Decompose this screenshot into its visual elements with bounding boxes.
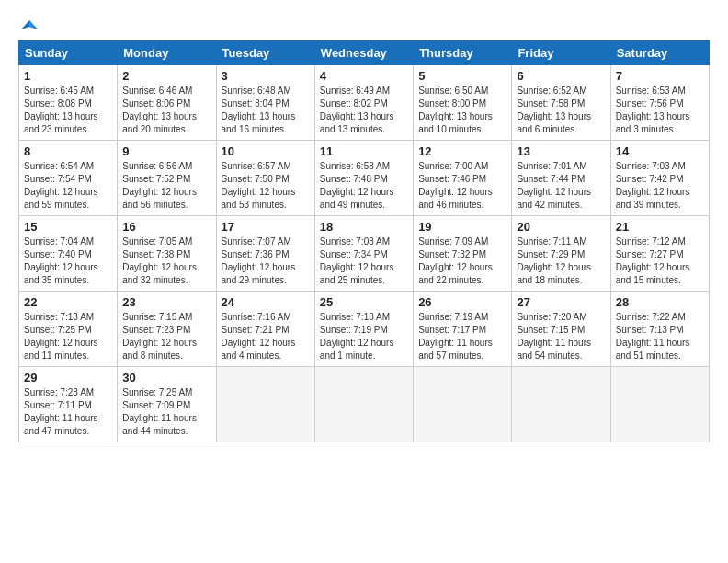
calendar-cell: 13Sunrise: 7:01 AMSunset: 7:44 PMDayligh… (512, 141, 610, 216)
day-number: 5 (418, 69, 506, 83)
calendar-cell: 1Sunrise: 6:45 AMSunset: 8:08 PMDaylight… (19, 65, 118, 141)
day-info: Sunrise: 7:07 AMSunset: 7:36 PMDaylight:… (222, 236, 310, 287)
day-info: Sunrise: 7:19 AMSunset: 7:17 PMDaylight:… (418, 311, 506, 362)
calendar-cell: 6Sunrise: 6:52 AMSunset: 7:58 PMDaylight… (512, 65, 610, 141)
calendar-cell: 12Sunrise: 7:00 AMSunset: 7:46 PMDayligh… (414, 141, 512, 216)
calendar-cell: 23Sunrise: 7:15 AMSunset: 7:23 PMDayligh… (118, 292, 216, 367)
calendar-cell: 17Sunrise: 7:07 AMSunset: 7:36 PMDayligh… (216, 216, 314, 292)
day-info: Sunrise: 7:05 AMSunset: 7:38 PMDaylight:… (122, 236, 210, 287)
day-info: Sunrise: 7:13 AMSunset: 7:25 PMDaylight:… (24, 311, 112, 362)
day-info: Sunrise: 7:18 AMSunset: 7:19 PMDaylight:… (320, 311, 408, 362)
calendar-cell: 22Sunrise: 7:13 AMSunset: 7:25 PMDayligh… (19, 292, 118, 367)
calendar-cell: 9Sunrise: 6:56 AMSunset: 7:52 PMDaylight… (118, 141, 216, 216)
day-number: 4 (320, 69, 408, 83)
week-row-5: 29Sunrise: 7:23 AMSunset: 7:11 PMDayligh… (19, 367, 710, 442)
calendar-cell: 30Sunrise: 7:25 AMSunset: 7:09 PMDayligh… (118, 367, 216, 442)
calendar-cell (216, 367, 314, 442)
day-info: Sunrise: 7:09 AMSunset: 7:32 PMDaylight:… (418, 236, 506, 287)
calendar-page: SundayMondayTuesdayWednesdayThursdayFrid… (0, 0, 728, 563)
day-info: Sunrise: 7:00 AMSunset: 7:46 PMDaylight:… (418, 160, 506, 212)
week-row-1: 1Sunrise: 6:45 AMSunset: 8:08 PMDaylight… (19, 65, 710, 141)
week-row-2: 8Sunrise: 6:54 AMSunset: 7:54 PMDaylight… (19, 141, 710, 216)
day-number: 13 (517, 144, 605, 158)
day-info: Sunrise: 6:56 AMSunset: 7:52 PMDaylight:… (122, 160, 210, 212)
day-number: 15 (24, 220, 112, 234)
svg-marker-1 (29, 20, 38, 29)
calendar-cell: 25Sunrise: 7:18 AMSunset: 7:19 PMDayligh… (314, 292, 413, 367)
day-info: Sunrise: 6:46 AMSunset: 8:06 PMDaylight:… (122, 85, 210, 136)
day-info: Sunrise: 7:04 AMSunset: 7:40 PMDaylight:… (24, 236, 112, 287)
calendar-cell: 19Sunrise: 7:09 AMSunset: 7:32 PMDayligh… (414, 216, 512, 292)
day-info: Sunrise: 6:58 AMSunset: 7:48 PMDaylight:… (320, 160, 408, 212)
calendar-cell: 10Sunrise: 6:57 AMSunset: 7:50 PMDayligh… (216, 141, 314, 216)
day-info: Sunrise: 7:01 AMSunset: 7:44 PMDaylight:… (517, 160, 605, 212)
day-info: Sunrise: 6:50 AMSunset: 8:00 PMDaylight:… (418, 85, 506, 136)
week-row-4: 22Sunrise: 7:13 AMSunset: 7:25 PMDayligh… (19, 292, 710, 367)
day-number: 25 (320, 295, 408, 309)
calendar-cell: 18Sunrise: 7:08 AMSunset: 7:34 PMDayligh… (314, 216, 413, 292)
day-info: Sunrise: 7:08 AMSunset: 7:34 PMDaylight:… (320, 236, 408, 287)
day-info: Sunrise: 6:49 AMSunset: 8:02 PMDaylight:… (320, 85, 408, 136)
calendar-cell: 28Sunrise: 7:22 AMSunset: 7:13 PMDayligh… (610, 292, 709, 367)
calendar-cell: 26Sunrise: 7:19 AMSunset: 7:17 PMDayligh… (414, 292, 512, 367)
day-number: 3 (222, 69, 310, 83)
weekday-header-wednesday: Wednesday (314, 41, 413, 65)
calendar-cell: 5Sunrise: 6:50 AMSunset: 8:00 PMDaylight… (414, 65, 512, 141)
calendar-cell (610, 367, 709, 442)
calendar-cell: 24Sunrise: 7:16 AMSunset: 7:21 PMDayligh… (216, 292, 314, 367)
calendar-cell: 8Sunrise: 6:54 AMSunset: 7:54 PMDaylight… (19, 141, 118, 216)
day-info: Sunrise: 7:15 AMSunset: 7:23 PMDaylight:… (122, 311, 210, 362)
calendar-cell: 29Sunrise: 7:23 AMSunset: 7:11 PMDayligh… (19, 367, 118, 442)
week-row-3: 15Sunrise: 7:04 AMSunset: 7:40 PMDayligh… (19, 216, 710, 292)
day-info: Sunrise: 7:03 AMSunset: 7:42 PMDaylight:… (616, 160, 704, 212)
day-info: Sunrise: 6:54 AMSunset: 7:54 PMDaylight:… (24, 160, 112, 212)
day-number: 7 (616, 69, 704, 83)
day-info: Sunrise: 6:53 AMSunset: 7:56 PMDaylight:… (616, 85, 704, 136)
day-info: Sunrise: 6:52 AMSunset: 7:58 PMDaylight:… (517, 85, 605, 136)
calendar-cell: 2Sunrise: 6:46 AMSunset: 8:06 PMDaylight… (118, 65, 216, 141)
day-info: Sunrise: 7:11 AMSunset: 7:29 PMDaylight:… (517, 236, 605, 287)
day-info: Sunrise: 7:12 AMSunset: 7:27 PMDaylight:… (616, 236, 704, 287)
day-info: Sunrise: 7:25 AMSunset: 7:09 PMDaylight:… (122, 386, 210, 438)
day-number: 27 (517, 295, 605, 309)
calendar-cell: 15Sunrise: 7:04 AMSunset: 7:40 PMDayligh… (19, 216, 118, 292)
day-number: 16 (122, 220, 210, 234)
day-number: 17 (222, 220, 310, 234)
weekday-header-row: SundayMondayTuesdayWednesdayThursdayFrid… (19, 41, 710, 65)
day-number: 10 (222, 144, 310, 158)
day-number: 24 (222, 295, 310, 309)
calendar-cell (414, 367, 512, 442)
day-number: 19 (418, 220, 506, 234)
logo-bird-icon (19, 17, 40, 37)
day-number: 21 (616, 220, 704, 234)
calendar-cell: 14Sunrise: 7:03 AMSunset: 7:42 PMDayligh… (610, 141, 709, 216)
day-number: 18 (320, 220, 408, 234)
day-number: 9 (122, 144, 210, 158)
day-number: 1 (24, 69, 112, 83)
day-number: 12 (418, 144, 506, 158)
day-info: Sunrise: 6:45 AMSunset: 8:08 PMDaylight:… (24, 85, 112, 136)
calendar-cell: 7Sunrise: 6:53 AMSunset: 7:56 PMDaylight… (610, 65, 709, 141)
calendar-cell: 4Sunrise: 6:49 AMSunset: 8:02 PMDaylight… (314, 65, 413, 141)
weekday-header-friday: Friday (512, 41, 610, 65)
calendar-cell: 3Sunrise: 6:48 AMSunset: 8:04 PMDaylight… (216, 65, 314, 141)
day-info: Sunrise: 6:48 AMSunset: 8:04 PMDaylight:… (222, 85, 310, 136)
calendar-cell: 20Sunrise: 7:11 AMSunset: 7:29 PMDayligh… (512, 216, 610, 292)
weekday-header-tuesday: Tuesday (216, 41, 314, 65)
day-number: 30 (122, 371, 210, 385)
calendar-cell (314, 367, 413, 442)
day-info: Sunrise: 7:23 AMSunset: 7:11 PMDaylight:… (24, 386, 112, 438)
weekday-header-monday: Monday (118, 41, 216, 65)
day-info: Sunrise: 7:20 AMSunset: 7:15 PMDaylight:… (517, 311, 605, 362)
day-number: 22 (24, 295, 112, 309)
day-number: 20 (517, 220, 605, 234)
day-info: Sunrise: 7:22 AMSunset: 7:13 PMDaylight:… (616, 311, 704, 362)
weekday-header-saturday: Saturday (610, 41, 709, 65)
day-number: 8 (24, 144, 112, 158)
day-number: 11 (320, 144, 408, 158)
day-number: 6 (517, 69, 605, 83)
calendar-cell: 16Sunrise: 7:05 AMSunset: 7:38 PMDayligh… (118, 216, 216, 292)
weekday-header-thursday: Thursday (414, 41, 512, 65)
calendar-cell: 11Sunrise: 6:58 AMSunset: 7:48 PMDayligh… (314, 141, 413, 216)
day-number: 28 (616, 295, 704, 309)
